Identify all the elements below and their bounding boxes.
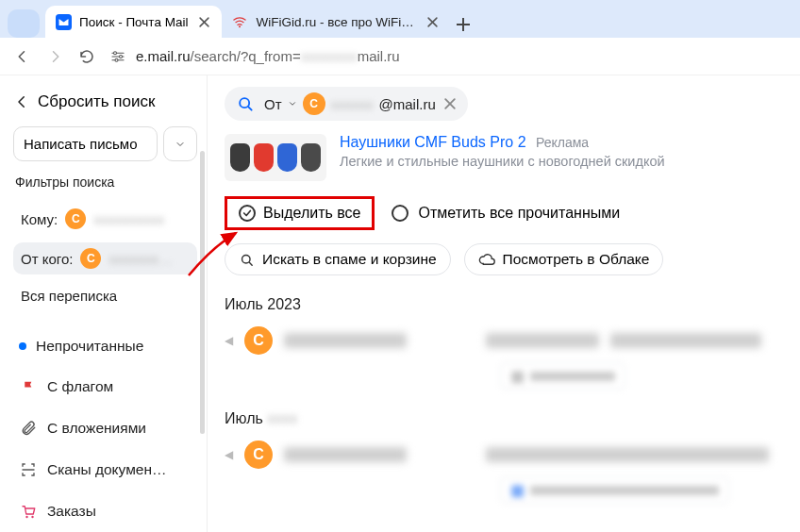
svg-point-2 — [114, 51, 117, 54]
sidebar: Сбросить поиск Написать письмо Фильтры п… — [0, 75, 208, 532]
address-bar[interactable]: e.mail.ru/search/?q_from=xxxxxxxxmail.ru — [109, 48, 400, 65]
filter-from-value-blurred: xxxxxxx… — [108, 251, 173, 267]
mail-subject-blurred — [486, 333, 599, 348]
sidebar-item-attachments[interactable]: С вложениями — [13, 411, 197, 445]
filter-to-label: Кому: — [21, 211, 58, 227]
browser-tabstrip: Поиск - Почта Mail WiFiGid.ru - все про … — [0, 0, 800, 38]
earbud-icon — [254, 143, 274, 172]
select-all-button[interactable]: Выделить все — [225, 196, 375, 230]
ad-block[interactable]: Наушники CMF Buds Pro 2 Реклама Легкие и… — [225, 134, 783, 181]
chevron-left-icon — [13, 93, 30, 110]
avatar: С — [303, 92, 325, 115]
search-from-prefix: От — [264, 96, 282, 112]
tab-title: Поиск - Почта Mail — [79, 15, 188, 29]
filter-all-thread[interactable]: Вся переписка — [13, 282, 197, 309]
filter-to-value-blurred: xxxxxxxxxx — [93, 211, 164, 227]
mail-row[interactable]: ◀ С — [225, 441, 783, 469]
svg-rect-0 — [56, 14, 72, 30]
search-spam-button[interactable]: Искать в спаме и корзине — [225, 243, 451, 275]
compose-more-button[interactable] — [163, 126, 197, 161]
sidebar-item-label: С флагом — [47, 378, 113, 395]
ad-subtitle: Легкие и стильные наушники с новогодней … — [340, 154, 665, 169]
view-cloud-button[interactable]: Посмотреть в Облаке — [464, 243, 664, 275]
search-pill[interactable]: От С xxxxxx@mail.ru — [225, 87, 468, 121]
sidebar-item-label: Заказы — [47, 503, 96, 520]
close-icon[interactable] — [195, 13, 212, 30]
search-spam-label: Искать в спаме и корзине — [262, 251, 437, 268]
search-from-chip[interactable]: От С xxxxxx@mail.ru — [264, 92, 458, 115]
attachment-chip-blurred: ▦ — [500, 362, 625, 390]
compose-label: Написать письмо — [24, 136, 138, 152]
search-email-blurred: xxxxxx — [331, 96, 374, 112]
sidebar-item-flagged[interactable]: С флагом — [13, 370, 197, 404]
earbud-icon — [230, 143, 250, 172]
window-controls-pill — [8, 9, 40, 38]
mail-favicon — [55, 13, 72, 30]
main-panel: От С xxxxxx@mail.ru Наушники CMF Buds Pr… — [208, 75, 800, 532]
check-circle-icon — [239, 205, 256, 222]
mail-preview-blurred — [610, 333, 761, 348]
paperclip-icon — [19, 419, 38, 438]
reset-search-label: Сбросить поиск — [38, 92, 155, 111]
unread-dot-icon — [19, 342, 26, 350]
url-blurred: xxxxxxxx — [301, 48, 358, 64]
close-icon[interactable] — [424, 13, 441, 30]
filter-all-thread-label: Вся переписка — [21, 288, 117, 304]
browser-tab-active[interactable]: Поиск - Почта Mail — [45, 6, 222, 38]
sidebar-item-orders[interactable]: Заказы — [13, 494, 197, 528]
url-path: /search/?q_from= — [191, 48, 301, 64]
ad-title: Наушники CMF Buds Pro 2 — [340, 134, 526, 150]
search-icon — [236, 94, 255, 113]
earbud-icon — [277, 143, 297, 172]
expand-icon[interactable]: ◀ — [225, 334, 233, 347]
flag-icon — [19, 377, 38, 396]
sidebar-item-unread[interactable]: Непрочитанные — [13, 330, 197, 362]
sidebar-item-label: Сканы докумен… — [47, 461, 166, 478]
month-year-blurred: xxxx — [267, 410, 297, 426]
filter-from-label: От кого: — [21, 251, 73, 267]
svg-point-3 — [120, 55, 123, 58]
compose-button[interactable]: Написать письмо — [13, 126, 158, 161]
forward-icon — [45, 47, 64, 66]
reset-search-button[interactable]: Сбросить поиск — [13, 89, 197, 119]
filter-to[interactable]: Кому: С xxxxxxxxxx — [13, 203, 197, 235]
search-email-suffix: @mail.ru — [379, 96, 436, 112]
sidebar-item-scans[interactable]: Сканы докумен… — [13, 453, 197, 487]
cloud-icon — [478, 251, 495, 268]
svg-point-4 — [115, 58, 118, 61]
sidebar-item-label: С вложениями — [47, 420, 146, 437]
svg-point-1 — [239, 25, 241, 27]
mail-row[interactable]: ◀ С — [225, 326, 783, 355]
view-cloud-label: Посмотреть в Облаке — [503, 251, 650, 268]
ad-tag: Реклама — [536, 135, 589, 150]
filters-heading: Фильтры поиска — [13, 169, 197, 195]
browser-toolbar: e.mail.ru/search/?q_from=xxxxxxxxmail.ru — [0, 38, 800, 75]
filter-from[interactable]: От кого: С xxxxxxx… — [13, 242, 197, 274]
month-heading: Июль 2023 — [225, 296, 783, 313]
month-prefix: Июль — [225, 410, 263, 426]
avatar: С — [244, 441, 273, 469]
month-heading: Июль xxxx — [225, 410, 783, 427]
reload-icon[interactable] — [77, 47, 96, 66]
clear-chip-icon[interactable] — [442, 95, 458, 112]
sidebar-item-label: Непрочитанные — [36, 338, 143, 355]
svg-point-5 — [25, 516, 27, 518]
browser-tab-inactive[interactable]: WiFiGid.ru - все про WiFi и бе… — [222, 6, 450, 38]
mark-read-label: Отметить все прочитанными — [418, 205, 620, 222]
svg-point-6 — [31, 516, 33, 518]
sidebar-scrollbar[interactable] — [200, 151, 205, 434]
earbud-icon — [301, 143, 321, 172]
cart-icon — [19, 502, 38, 521]
site-settings-icon[interactable] — [109, 48, 126, 65]
back-icon[interactable] — [13, 47, 32, 66]
mail-subject-blurred — [486, 447, 769, 462]
mail-sender-blurred — [284, 447, 407, 462]
ad-thumbnail — [225, 134, 326, 181]
avatar: С — [244, 326, 273, 355]
svg-point-8 — [242, 255, 251, 263]
tab-title: WiFiGid.ru - все про WiFi и бе… — [256, 15, 416, 29]
mark-all-read-button[interactable]: Отметить все прочитанными — [392, 205, 620, 222]
new-tab-button[interactable] — [450, 11, 476, 38]
svg-point-7 — [240, 98, 249, 108]
expand-icon[interactable]: ◀ — [225, 448, 233, 461]
